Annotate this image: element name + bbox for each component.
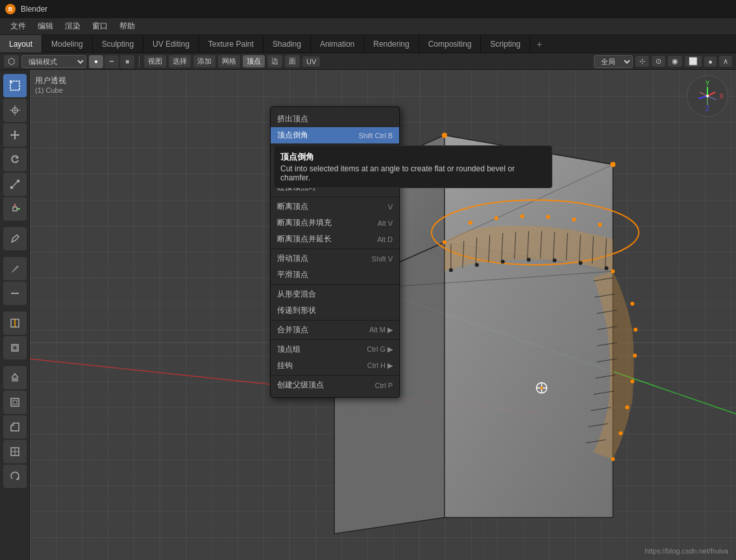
svg-line-111 — [698, 96, 707, 99]
svg-line-112 — [707, 96, 717, 100]
view-menu-btn[interactable]: 视图 — [144, 55, 166, 67]
tab-layout[interactable]: Layout — [0, 35, 42, 53]
menu-window[interactable]: 窗口 — [87, 19, 113, 34]
mesh-select-mode: ● ━ ■ — [89, 55, 134, 68]
add-workspace-button[interactable]: + — [530, 35, 548, 53]
edge-select-mode[interactable]: ━ — [104, 55, 119, 68]
extrude-region-tool[interactable] — [3, 366, 27, 389]
svg-point-88 — [598, 223, 602, 226]
menu-edit[interactable]: 编辑 — [32, 19, 58, 34]
svg-point-96 — [630, 302, 634, 306]
extrude-vertices-item[interactable]: 挤出顶点 — [271, 111, 399, 127]
y-axis-label: Y — [705, 80, 710, 87]
proportional-edit-btn[interactable]: ⊙ — [652, 56, 665, 67]
svg-point-79 — [442, 133, 447, 138]
separator-1 — [139, 56, 140, 67]
add-menu-btn[interactable]: 添加 — [193, 55, 215, 67]
vertex-menu-section-7: 顶点组 Ctrl G ▶ 挂钩 Ctrl H ▶ — [271, 340, 399, 376]
select-box-tool[interactable] — [3, 74, 27, 97]
global-local-selector[interactable]: 全局 — [594, 55, 633, 68]
svg-rect-17 — [11, 398, 19, 406]
tab-shading[interactable]: Shading — [264, 35, 311, 53]
mode-selector[interactable]: 编辑模式 — [21, 55, 86, 68]
move-tool[interactable] — [3, 123, 27, 147]
svg-rect-6 — [10, 186, 13, 189]
viewport-shading-btn[interactable]: ∧ — [719, 56, 732, 67]
tab-uv-editing[interactable]: UV Editing — [143, 35, 199, 53]
tab-sculpting[interactable]: Sculpting — [93, 35, 143, 53]
offset-edge-tool[interactable] — [3, 336, 27, 359]
vertex-dropdown-menu[interactable]: 挤出顶点 顶点倒角 Shift Ctrl B 从顶点 连接顶 — [270, 106, 400, 398]
bisect-tool[interactable] — [3, 282, 27, 305]
vertex-bevel-item[interactable]: 顶点倒角 Shift Ctrl B — [271, 127, 399, 143]
vertex-select-mode[interactable]: ● — [89, 55, 103, 68]
blend-from-shape-item[interactable]: 从形变混合 — [271, 286, 399, 302]
svg-point-106 — [541, 387, 543, 389]
new-edge-from-vertices-item[interactable]: 从顶点 — [271, 147, 399, 163]
overlay-btn[interactable]: ◉ — [668, 56, 682, 67]
xray-btn[interactable]: ⬜ — [685, 56, 702, 67]
rip-fill-item[interactable]: 断离顶点并填充 Alt V — [271, 215, 399, 231]
slide-vertices-item[interactable]: 滑动顶点 Shift V — [271, 250, 399, 267]
menu-help[interactable]: 帮助 — [114, 19, 140, 34]
select-menu-btn[interactable]: 选择 — [169, 55, 191, 67]
scale-tool[interactable] — [3, 173, 27, 196]
tab-animation[interactable]: Animation — [311, 35, 364, 53]
connect-vertex-pairs-item[interactable]: 连接顶点对 — [271, 179, 399, 195]
viewport-header-right: 全局 ⊹ ⊙ ◉ ⬜ ● ∧ — [594, 55, 732, 68]
hooks-item[interactable]: 挂钩 Ctrl H ▶ — [271, 358, 399, 374]
connect-vertex-path-item[interactable]: 连接顶 — [271, 163, 399, 179]
inset-faces-tool[interactable] — [3, 391, 27, 414]
edge-menu-btn[interactable]: 边 — [267, 55, 282, 67]
loop-cut-tool[interactable] — [3, 311, 27, 335]
spin-tool[interactable] — [3, 465, 27, 488]
app-icon: B — [5, 4, 16, 14]
bevel-tool[interactable] — [3, 415, 27, 439]
snap-button[interactable]: ⊹ — [635, 56, 649, 67]
tab-compositing[interactable]: Compositing — [419, 35, 482, 53]
viewport-header: ⬡ 编辑模式 ● ━ ■ 视图 选择 添加 网格 顶点 边 面 UV 全局 ⊹ … — [0, 53, 736, 70]
title-bar: B Blender — [0, 0, 736, 18]
mesh-menu-btn[interactable]: 网格 — [218, 55, 240, 67]
merge-vertices-item[interactable]: 合并顶点 Alt M ▶ — [271, 322, 399, 338]
cursor-tool[interactable] — [3, 99, 27, 122]
tab-texture-paint[interactable]: Texture Paint — [199, 35, 264, 53]
uv-menu-btn[interactable]: UV — [302, 56, 320, 67]
orientation-gizmo[interactable]: X Y Z — [687, 75, 728, 117]
rotate-tool[interactable] — [3, 148, 27, 171]
viewport-canvas[interactable]: 用户透视 (1) Cube X Y Z h — [30, 70, 736, 560]
knife-tool[interactable] — [3, 257, 27, 280]
tab-scripting[interactable]: Scripting — [481, 35, 530, 53]
vertex-groups-item[interactable]: 顶点组 Ctrl G ▶ — [271, 341, 399, 358]
svg-point-81 — [443, 240, 447, 244]
rip-vertices-item[interactable]: 断离顶点 V — [271, 199, 399, 215]
shading-mode-btn[interactable]: ● — [704, 56, 717, 67]
svg-point-83 — [469, 221, 472, 225]
subdivide-tool[interactable] — [3, 440, 27, 463]
face-select-mode[interactable]: ■ — [120, 55, 134, 68]
bottom-url: https://blog.csdn.net/fruiva — [645, 547, 728, 555]
smooth-vertices-item[interactable]: 平滑顶点 — [271, 267, 399, 283]
make-vertex-parent-item[interactable]: 创建父级顶点 Ctrl P — [271, 377, 399, 393]
rip-extend-item[interactable]: 断离顶点并延长 Alt D — [271, 231, 399, 247]
propagate-to-shapes-item[interactable]: 传递到形状 — [271, 302, 399, 319]
tab-modeling[interactable]: Modeling — [42, 35, 93, 53]
menu-file[interactable]: 文件 — [5, 19, 31, 34]
transform-tool[interactable] — [3, 197, 27, 221]
vertex-menu-btn[interactable]: 顶点 — [243, 55, 265, 67]
tab-rendering[interactable]: Rendering — [364, 35, 419, 53]
vertex-menu-section-5: 从形变混合 传递到形状 — [271, 285, 399, 321]
svg-point-98 — [633, 354, 637, 358]
editor-type-button[interactable]: ⬡ — [4, 55, 19, 67]
svg-point-85 — [521, 214, 524, 218]
svg-point-113 — [706, 95, 709, 97]
object-label: (1) Cube — [35, 86, 66, 94]
svg-point-94 — [578, 261, 582, 265]
svg-rect-18 — [13, 400, 17, 404]
face-menu-btn[interactable]: 面 — [285, 55, 300, 67]
vertex-menu-section-3: 断离顶点 V 断离顶点并填充 Alt V 断离顶点并延长 Alt D — [271, 197, 399, 249]
svg-point-82 — [611, 269, 615, 273]
x-axis-label: X — [719, 93, 724, 100]
annotate-tool[interactable] — [3, 227, 27, 250]
menu-render[interactable]: 渲染 — [60, 19, 86, 34]
